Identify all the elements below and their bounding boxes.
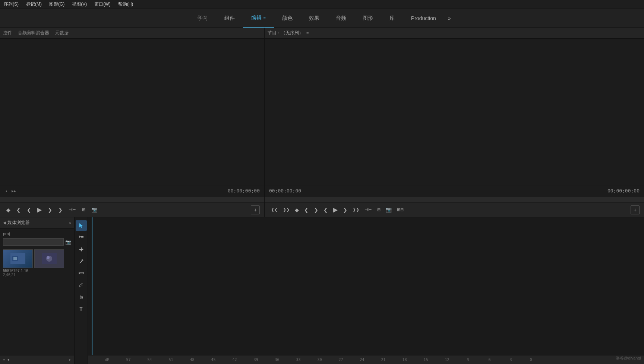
watermark: 洛谷@diyanqi xyxy=(616,355,641,361)
program-header: 节目：（无序列） ≡ xyxy=(265,28,644,39)
program-menu-icon[interactable]: ≡ xyxy=(306,31,309,35)
svg-marker-7 xyxy=(79,236,81,238)
btn-prog-mark[interactable]: ◆ xyxy=(293,206,301,214)
btn-step-back[interactable]: ❮ xyxy=(25,206,33,214)
project-label: proj xyxy=(1,230,73,238)
tool-text[interactable]: T xyxy=(76,304,87,314)
razor-icon xyxy=(79,259,84,264)
svg-marker-6 xyxy=(79,223,83,228)
btn-prog-overwrite[interactable]: ⊞ xyxy=(375,206,382,213)
media-search-camera-icon[interactable]: 📷 xyxy=(65,239,71,245)
tab-learn[interactable]: 学习 xyxy=(189,9,216,28)
btn-prog-fwd-out[interactable]: ❯❯ xyxy=(351,206,361,213)
btn-prog-out[interactable]: ❯ xyxy=(312,206,320,214)
btn-mark-in-point[interactable]: ◆ xyxy=(4,206,12,214)
source-mini-ctrl1[interactable]: ▪ xyxy=(4,188,8,194)
menu-marker[interactable]: 标记(M) xyxy=(25,1,42,7)
btn-play-source[interactable]: ▶ xyxy=(35,205,44,214)
tab-audio[interactable]: 音频 xyxy=(328,9,354,28)
btn-step-forward[interactable]: ❯ xyxy=(46,206,54,214)
btn-export-frame[interactable]: 📷 xyxy=(89,206,99,214)
btn-insert[interactable]: ⊣⊢ xyxy=(67,206,78,213)
btn-prog-in[interactable]: ❮ xyxy=(302,206,310,214)
tab-production[interactable]: Production xyxy=(403,9,444,28)
btn-go-out[interactable]: ❯ xyxy=(56,206,64,214)
btn-prog-step-fwd[interactable]: ❯ xyxy=(341,206,349,214)
menu-help[interactable]: 帮助(H) xyxy=(117,1,134,7)
btn-prog-insert[interactable]: ⊣⊢ xyxy=(363,206,374,213)
top-nav: 学习 组件 编辑 ≡ 颜色 效果 音频 图形 库 Production » xyxy=(0,9,644,28)
sidebar-bottom-menu[interactable]: ≡ xyxy=(3,358,5,362)
tab-effects[interactable]: 效果 xyxy=(301,9,328,28)
main-area: 控件 音频剪辑混合器 元数据 ▪ ▸▸ 00;00;00;00 ◆ ❮ ❮ xyxy=(0,28,644,364)
menu-view[interactable]: 视图(V) xyxy=(71,1,88,7)
tab-audio-mixer[interactable]: 音频剪辑混合器 xyxy=(18,28,49,38)
ruler-mark-2: -54 xyxy=(138,358,159,362)
program-add-button[interactable]: + xyxy=(631,205,640,214)
btn-overwrite[interactable]: ⊞ xyxy=(80,206,87,213)
menu-sequence[interactable]: 序列(S) xyxy=(3,1,19,7)
nav-more-button[interactable]: » xyxy=(444,15,455,21)
btn-prog-export-frame[interactable]: 📷 xyxy=(384,206,394,214)
menu-window[interactable]: 窗口(W) xyxy=(94,1,111,7)
btn-prog-fwd-in[interactable]: ❯❯ xyxy=(281,206,291,213)
ruler-mark-19: -3 xyxy=(499,358,520,362)
timeline-panel: -dR -57 -54 -51 -48 -45 -42 -39 -36 -33 … xyxy=(88,217,644,364)
ruler-mark-16: -12 xyxy=(435,358,457,362)
program-panel: 节目：（无序列） ≡ 00;00;00;00 00;00;00;00 ❮❮ ❯❯… xyxy=(265,28,644,217)
tab-color[interactable]: 颜色 xyxy=(274,9,301,28)
sidebar-bottom-expand[interactable]: ▾ xyxy=(7,357,10,362)
ruler-mark-6: -42 xyxy=(223,358,244,362)
media-item-2[interactable] xyxy=(34,249,64,277)
media-search-input[interactable] xyxy=(3,238,64,246)
svg-line-12 xyxy=(81,284,82,285)
tool-razor[interactable] xyxy=(76,256,87,266)
btn-prog-play[interactable]: ▶ xyxy=(331,205,340,214)
tool-slip[interactable] xyxy=(76,268,87,278)
move-icon xyxy=(79,247,84,252)
thumb-image-2 xyxy=(42,253,57,264)
ruler-mark-0: -dR xyxy=(95,358,117,362)
tool-select[interactable] xyxy=(76,220,87,231)
tool-track-select[interactable] xyxy=(76,232,87,243)
ruler-mark-13: -21 xyxy=(372,358,393,362)
ruler-mark-15: -15 xyxy=(414,358,435,362)
source-add-button[interactable]: + xyxy=(251,205,260,214)
source-timecode-bar: ▪ ▸▸ 00;00;00;00 xyxy=(0,185,264,196)
tab-metadata[interactable]: 元数据 xyxy=(55,28,69,38)
btn-prog-step-back[interactable]: ❮ xyxy=(322,206,330,214)
ruler-mark-20: 0 xyxy=(520,358,542,362)
tool-panel: T xyxy=(75,217,88,364)
ruler-marks: -dR -57 -54 -51 -48 -45 -42 -39 -36 -33 … xyxy=(88,358,542,362)
thumb-image-1 xyxy=(10,253,25,264)
tab-graphics[interactable]: 图形 xyxy=(354,9,381,28)
sidebar-header: ◀ 媒体浏览器 » xyxy=(0,217,74,229)
media-item[interactable]: 55816797-1-16 2;46;21 xyxy=(3,249,33,277)
media-grid: 55816797-1-16 2;46;21 xyxy=(1,248,73,278)
tab-controls[interactable]: 控件 xyxy=(3,28,12,38)
btn-prog-back-in[interactable]: ❮❮ xyxy=(269,206,280,213)
media-search-row: 📷 xyxy=(1,238,73,248)
tool-move[interactable] xyxy=(76,244,87,255)
sidebar-expand-icon[interactable]: » xyxy=(69,221,71,225)
ruler-mark-4: -48 xyxy=(180,358,202,362)
btn-go-in[interactable]: ❮ xyxy=(15,206,23,214)
source-transport-bar: ◆ ❮ ❮ ▶ ❯ ❯ ⊣⊢ ⊞ 📷 + xyxy=(0,202,264,217)
tab-library[interactable]: 库 xyxy=(381,9,403,28)
media-thumb-1 xyxy=(3,249,33,268)
source-monitor-content xyxy=(0,39,264,185)
timeline-ruler: -dR -57 -54 -51 -48 -45 -42 -39 -36 -33 … xyxy=(88,355,644,364)
source-mini-ctrl2[interactable]: ▸▸ xyxy=(10,188,17,194)
program-title: 节目：（无序列） xyxy=(268,30,303,36)
btn-prog-extra[interactable]: ⊞⊟ xyxy=(395,206,405,213)
slip-icon xyxy=(79,271,84,276)
sidebar-collapse-icon[interactable]: ◀ xyxy=(3,220,6,225)
menu-graphics[interactable]: 图形(G) xyxy=(48,1,65,7)
tab-edit[interactable]: 编辑 ≡ xyxy=(243,9,274,28)
source-timecode: 00;00;00;00 xyxy=(228,188,260,194)
tab-components[interactable]: 组件 xyxy=(216,9,243,28)
tool-hand[interactable] xyxy=(76,292,87,302)
sidebar-scroll-right[interactable]: ▸ xyxy=(69,357,71,362)
tool-pen[interactable] xyxy=(76,280,87,290)
ruler-mark-1: -57 xyxy=(117,358,138,362)
